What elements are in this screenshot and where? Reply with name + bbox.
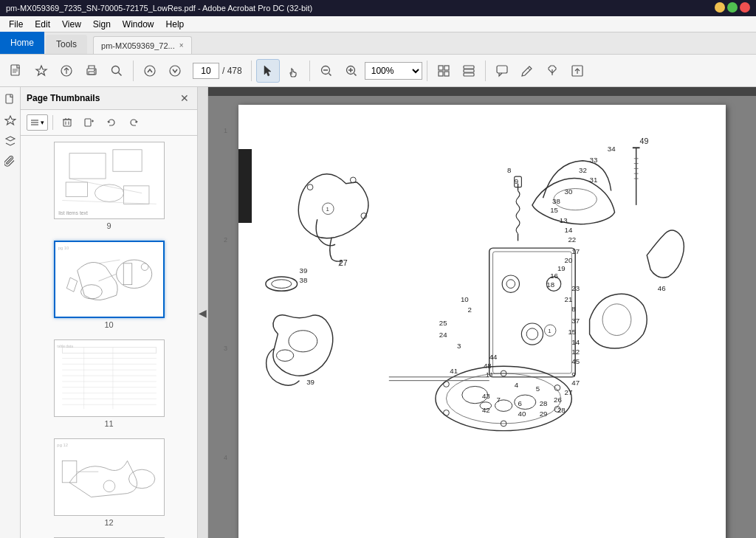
- document-view[interactable]: 1 2 3 4 5: [208, 87, 756, 538]
- minimize-button[interactable]: [715, 2, 725, 13]
- undo-button[interactable]: [102, 113, 121, 132]
- svg-text:44: 44: [489, 353, 498, 361]
- more-button[interactable]: [540, 59, 564, 83]
- menu-view[interactable]: View: [56, 18, 87, 31]
- tab-file-label: pm-MX059369_72...: [101, 41, 175, 50]
- menu-sign[interactable]: Sign: [87, 18, 117, 31]
- tab-close-icon[interactable]: ×: [179, 41, 184, 49]
- thumbnail-page-number-12: 12: [104, 518, 113, 527]
- thumbnail-page-9[interactable]: list items text 9: [54, 142, 165, 230]
- svg-rect-55: [55, 242, 162, 317]
- toolbar-separator-2: [251, 61, 252, 81]
- menu-edit[interactable]: Edit: [29, 18, 56, 31]
- panel-collapse-handle[interactable]: ◀: [198, 87, 208, 538]
- thumbnail-image-10: pg 10: [54, 241, 165, 318]
- svg-text:31: 31: [590, 176, 598, 184]
- strip-bookmark-icon[interactable]: [2, 112, 18, 128]
- svg-text:12: 12: [571, 348, 580, 356]
- svg-text:1: 1: [548, 328, 551, 334]
- hand-icon: [286, 64, 300, 77]
- svg-text:24: 24: [439, 331, 447, 339]
- svg-rect-25: [464, 69, 474, 72]
- main-layout: Page Thumbnails ✕ ▾: [0, 87, 756, 538]
- svg-text:14: 14: [571, 338, 580, 346]
- hand-tool-button[interactable]: [281, 59, 305, 83]
- delete-page-button[interactable]: [58, 113, 77, 132]
- select-tool-button[interactable]: [256, 59, 280, 83]
- toolbar-separator-4: [427, 61, 427, 81]
- strip-new-icon[interactable]: [2, 92, 18, 108]
- svg-text:9: 9: [571, 370, 575, 379]
- redo-button[interactable]: [124, 113, 143, 132]
- next-page-button[interactable]: [163, 59, 187, 83]
- zoom-search-button[interactable]: [105, 59, 128, 83]
- svg-text:2: 2: [468, 306, 472, 314]
- export-button[interactable]: [566, 59, 589, 83]
- more-icon: [546, 64, 559, 77]
- comment-button[interactable]: [490, 59, 514, 83]
- pen-button[interactable]: [515, 59, 539, 83]
- page-number-input[interactable]: [193, 63, 219, 79]
- svg-text:8: 8: [507, 166, 511, 174]
- tools-btn-1[interactable]: [432, 59, 456, 83]
- thumbnail-options-dropdown[interactable]: ▾: [27, 114, 48, 131]
- svg-marker-1: [36, 66, 47, 75]
- menu-file[interactable]: File: [3, 18, 29, 31]
- prev-page-button[interactable]: [138, 59, 162, 83]
- thumbnail-image-12: pg 12: [54, 438, 165, 516]
- menu-window[interactable]: Window: [117, 18, 160, 31]
- svg-text:8: 8: [571, 305, 575, 313]
- svg-text:18: 18: [546, 280, 554, 289]
- thumbnail-page-12[interactable]: pg 12 12: [54, 438, 165, 527]
- bookmark-button[interactable]: [30, 59, 53, 83]
- insert-page-button[interactable]: [80, 113, 99, 132]
- collapse-arrow-icon: ◀: [199, 307, 207, 319]
- title-bar: pm-MX059369_7235_SN-70005-72175_LowRes.p…: [0, 0, 756, 16]
- print-icon: [85, 64, 98, 77]
- tab-home[interactable]: Home: [0, 32, 44, 54]
- tab-tools[interactable]: Tools: [46, 35, 87, 54]
- print-button[interactable]: [80, 59, 103, 83]
- zoom-dropdown[interactable]: 100% 50% 75% 125% 150% 200% Fit Page Fit…: [365, 62, 422, 80]
- line-num-4: 4: [224, 454, 237, 461]
- page-navigation: / 478: [193, 63, 242, 79]
- svg-text:13: 13: [560, 216, 568, 224]
- page-content-svg: 27 1 39 38: [238, 105, 726, 538]
- svg-rect-24: [464, 66, 474, 69]
- zoom-in-icon: [345, 64, 358, 77]
- svg-text:list items text: list items text: [58, 210, 88, 215]
- strip-attach-icon[interactable]: [2, 154, 18, 170]
- svg-rect-20: [439, 66, 443, 70]
- maximize-button[interactable]: [727, 2, 738, 13]
- close-button[interactable]: [740, 2, 750, 13]
- thumbnail-close-button[interactable]: ✕: [178, 92, 191, 105]
- svg-text:pg 12: pg 12: [57, 443, 68, 447]
- tab-file[interactable]: pm-MX059369_72... ×: [93, 36, 192, 54]
- thumbnail-page-number-9: 9: [106, 221, 111, 230]
- line-num-3: 3: [224, 345, 237, 352]
- zoom-in-button[interactable]: [340, 59, 363, 83]
- svg-rect-0: [11, 65, 19, 75]
- svg-marker-33: [5, 116, 16, 125]
- svg-point-6: [94, 69, 95, 71]
- svg-text:4: 4: [515, 381, 519, 389]
- thumbnail-page-11[interactable]: table data 11: [54, 339, 165, 428]
- title-bar-text: pm-MX059369_7235_SN-70005-72175_LowRes.p…: [6, 4, 312, 13]
- svg-text:28: 28: [540, 399, 548, 407]
- svg-rect-46: [55, 142, 163, 218]
- menu-help[interactable]: Help: [160, 18, 190, 31]
- zoom-out-button[interactable]: [315, 59, 338, 83]
- dropdown-arrow: ▾: [41, 119, 44, 126]
- tab-bar: Home Tools pm-MX059369_72... ×: [0, 32, 756, 55]
- svg-line-8: [119, 72, 122, 75]
- svg-marker-11: [264, 66, 271, 76]
- upload-button[interactable]: [55, 59, 78, 83]
- strip-layers-icon[interactable]: [2, 133, 18, 149]
- tools-btn-2[interactable]: [457, 59, 481, 83]
- toolbar-separator-1: [133, 61, 134, 81]
- svg-text:3: 3: [457, 342, 461, 350]
- thumbnail-page-10[interactable]: pg 10 10: [54, 241, 165, 329]
- svg-rect-43: [85, 119, 91, 126]
- zoom-out-icon: [320, 64, 333, 77]
- new-button[interactable]: [4, 59, 28, 83]
